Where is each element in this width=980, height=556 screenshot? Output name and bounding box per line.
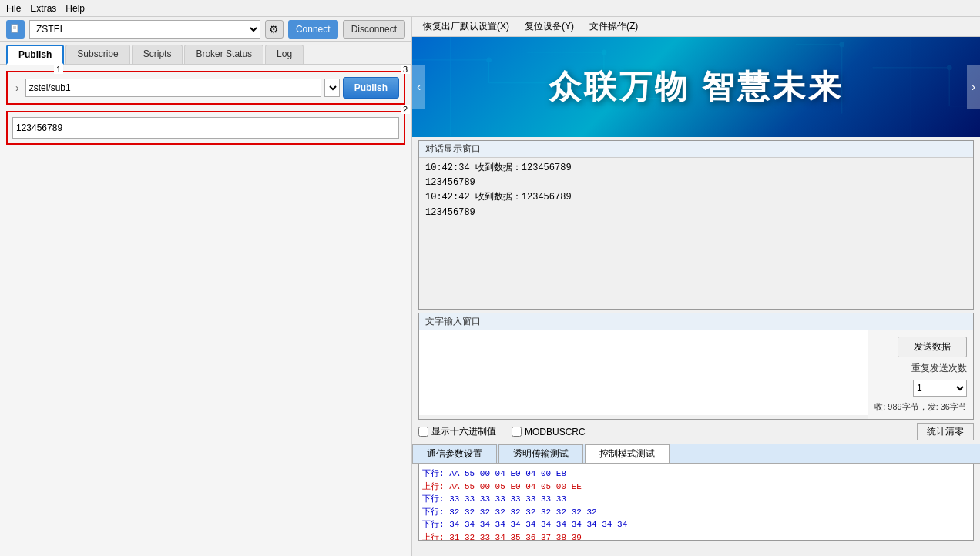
bottom-log: 下行: AA 55 00 04 E0 04 00 E8上行: AA 55 00 … [418, 464, 974, 541]
tab-log[interactable]: Log [265, 45, 304, 64]
connect-button[interactable]: Connect [288, 20, 338, 39]
bottom-tab-comm[interactable]: 通信参数设置 [412, 444, 497, 463]
disconnect-button[interactable]: Disconnect [343, 20, 405, 39]
tab-bar: Publish Subscribe Scripts Broker Status … [0, 42, 411, 65]
svg-point-15 [947, 65, 951, 70]
toolbar: ZSTEL ⚙ Connect Disconnect [0, 17, 411, 42]
topic-dropdown[interactable] [324, 79, 340, 97]
repeat-select[interactable]: 1 [913, 380, 967, 397]
dialog-content: 10:42:34 收到数据：12345678912345678910:42:42… [419, 158, 973, 309]
repeat-label: 重复发送次数 [911, 362, 967, 375]
svg-point-6 [487, 58, 492, 62]
modbus-checkbox[interactable] [512, 427, 522, 437]
tab-scripts[interactable]: Scripts [132, 45, 183, 64]
menu-file[interactable]: File [6, 3, 21, 14]
banner: ‹ 众联万物 智慧未来 › [412, 37, 980, 137]
modbus-label: MODBUSCRC [525, 427, 586, 437]
text-input-controls: 发送数据 重复发送次数 1 收: 989字节，发: 36字节 [868, 330, 973, 419]
publish-button[interactable]: Publish [343, 77, 399, 99]
message-area: 2 [6, 111, 405, 145]
topic-row: › Publish 1 3 [6, 71, 405, 105]
hex-checkbox[interactable] [418, 427, 428, 437]
text-input-section: 文字输入窗口 发送数据 重复发送次数 1 收: 989字节，发: 36字节 [418, 313, 974, 420]
checkbox-row: 显示十六进制值 MODBUSCRC 统计清零 [412, 420, 980, 444]
tab-subscribe[interactable]: Subscribe [65, 45, 129, 64]
topic-input[interactable] [25, 79, 321, 97]
expand-icon[interactable]: › [12, 82, 22, 94]
menu-help[interactable]: Help [65, 3, 85, 14]
bottom-tabs: 通信参数设置 透明传输测试 控制模式测试 [412, 444, 980, 464]
svg-point-19 [840, 42, 844, 47]
file-ops-menu[interactable]: 文件操作(Z) [585, 18, 643, 35]
restore-defaults-menu[interactable]: 恢复出厂默认设置(X) [418, 18, 514, 35]
text-input-header: 文字输入窗口 [419, 313, 973, 330]
right-panel: 恢复出厂默认设置(X) 复位设备(Y) 文件操作(Z) [412, 17, 980, 556]
tab-publish[interactable]: Publish [6, 45, 64, 65]
dialog-window: 对话显示窗口 10:42:34 收到数据：1234567891234567891… [418, 140, 974, 310]
menu-bar: File Extras Help [0, 0, 980, 17]
message-input[interactable] [12, 117, 399, 139]
bottom-tab-control[interactable]: 控制模式测试 [585, 444, 670, 463]
device-select[interactable]: ZSTEL [29, 20, 260, 39]
label-1: 1 [54, 65, 63, 74]
banner-nav-left[interactable]: ‹ [412, 65, 425, 109]
publish-area: › Publish 1 3 2 [0, 65, 411, 151]
left-panel: ZSTEL ⚙ Connect Disconnect Publish Subsc… [0, 17, 412, 556]
right-top-menu: 恢复出厂默认设置(X) 复位设备(Y) 文件操作(Z) [412, 17, 980, 37]
hex-label: 显示十六进制值 [431, 425, 496, 438]
tab-broker-status[interactable]: Broker Status [184, 45, 263, 64]
menu-extras[interactable]: Extras [30, 3, 56, 14]
svg-point-11 [602, 50, 606, 55]
send-button[interactable]: 发送数据 [898, 337, 967, 357]
label-3: 3 [401, 65, 410, 74]
new-file-icon[interactable] [6, 20, 25, 39]
clear-button[interactable]: 统计清零 [917, 423, 974, 440]
text-area-input[interactable] [419, 330, 868, 415]
banner-nav-right[interactable]: › [967, 65, 980, 109]
modbus-checkbox-item: MODBUSCRC [512, 427, 586, 437]
text-input-body: 发送数据 重复发送次数 1 收: 989字节，发: 36字节 [419, 330, 973, 419]
dialog-header: 对话显示窗口 [419, 141, 973, 158]
label-2: 2 [401, 105, 410, 114]
gear-icon[interactable]: ⚙ [265, 20, 284, 39]
stats-text: 收: 989字节，发: 36字节 [874, 401, 967, 413]
bottom-tab-transparent[interactable]: 透明传输测试 [498, 444, 583, 463]
reset-device-menu[interactable]: 复位设备(Y) [520, 18, 579, 35]
hex-checkbox-item: 显示十六进制值 [418, 425, 496, 438]
